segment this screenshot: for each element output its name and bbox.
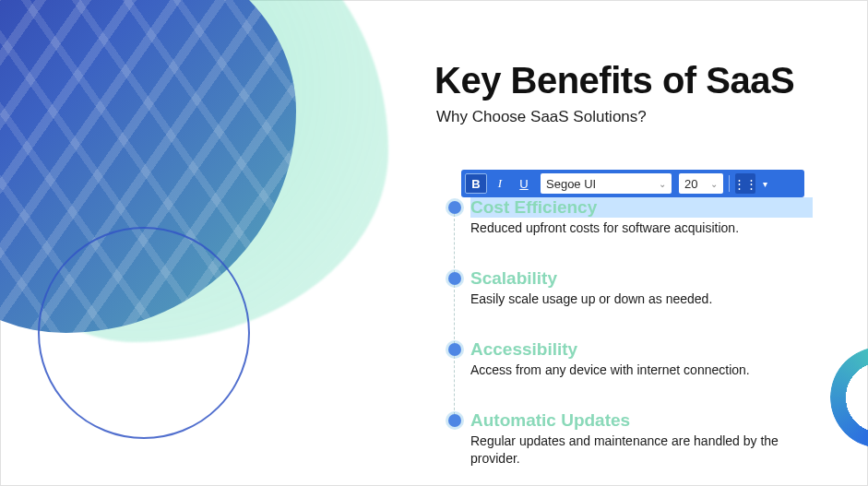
list-item[interactable]: Scalability Easily scale usage up or dow… xyxy=(448,268,813,308)
slide-subtitle[interactable]: Why Choose SaaS Solutions? xyxy=(436,108,647,126)
font-family-value: Segoe UI xyxy=(546,177,596,191)
slide-canvas: Key Benefits of SaaS Why Choose SaaS Sol… xyxy=(0,0,868,486)
item-heading[interactable]: Scalability xyxy=(470,268,813,289)
item-body[interactable]: Regular updates and maintenance are hand… xyxy=(470,433,813,468)
text-format-toolbar: B I U Segoe UI ⌄ 20 ⌄ ⋮⋮ ▾ xyxy=(461,170,804,197)
item-heading[interactable]: Accessibility xyxy=(470,339,813,360)
item-body[interactable]: Reduced upfront costs for software acqui… xyxy=(470,219,813,237)
toolbar-divider xyxy=(729,175,730,192)
slide-title[interactable]: Key Benefits of SaaS xyxy=(434,60,794,101)
chevron-down-icon: ⌄ xyxy=(659,179,666,189)
font-family-select[interactable]: Segoe UI ⌄ xyxy=(541,173,672,194)
italic-button[interactable]: I xyxy=(489,173,511,194)
timeline-dot-icon xyxy=(448,201,461,214)
list-item[interactable]: Accessibility Access from any device wit… xyxy=(448,339,813,379)
chevron-down-icon: ⌄ xyxy=(710,179,718,189)
options-button[interactable]: ⋮⋮ xyxy=(735,173,755,194)
item-heading[interactable]: Automatic Updates xyxy=(470,410,813,431)
options-icon: ⋮⋮ xyxy=(733,177,757,191)
bold-button[interactable]: B xyxy=(465,173,487,194)
list-item[interactable]: Automatic Updates Regular updates and ma… xyxy=(448,410,813,468)
timeline-dot-icon xyxy=(448,414,461,427)
list-item[interactable]: Cost Efficiency Reduced upfront costs fo… xyxy=(448,197,813,237)
decor-arc-right xyxy=(830,347,868,448)
timeline-dot-icon xyxy=(448,272,461,285)
decor-ring xyxy=(38,227,250,439)
item-body[interactable]: Access from any device with internet con… xyxy=(470,362,813,379)
item-heading[interactable]: Cost Efficiency xyxy=(470,197,813,218)
font-size-select[interactable]: 20 ⌄ xyxy=(679,173,723,194)
underline-button[interactable]: U xyxy=(513,173,535,194)
benefits-list: Cost Efficiency Reduced upfront costs fo… xyxy=(448,197,813,486)
caret-down-icon: ▾ xyxy=(763,179,767,189)
font-size-value: 20 xyxy=(684,177,697,191)
toolbar-more-dropdown[interactable]: ▾ xyxy=(757,173,772,194)
item-body[interactable]: Easily scale usage up or down as needed. xyxy=(470,290,813,308)
timeline-dot-icon xyxy=(448,343,461,356)
